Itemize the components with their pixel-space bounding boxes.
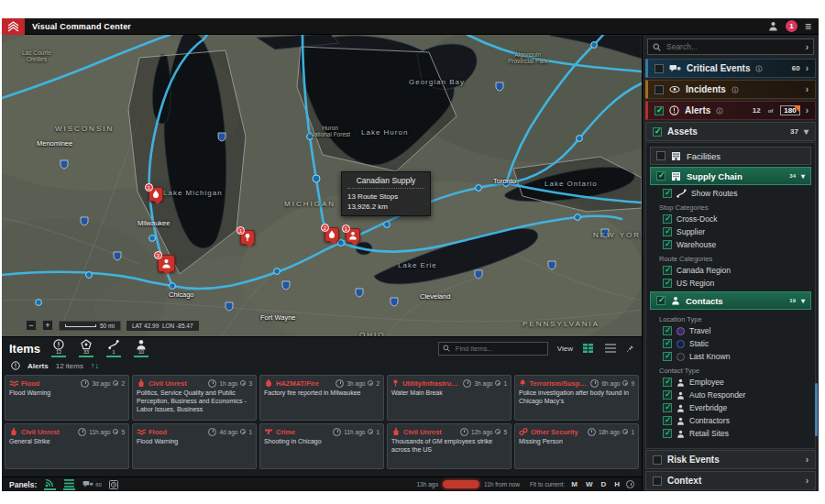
supply-chain-header[interactable]: Supply Chain 34 ▾ xyxy=(650,167,811,185)
chevron-right-icon[interactable]: › xyxy=(806,84,808,94)
contacts-checkbox[interactable] xyxy=(656,296,666,305)
menu-icon[interactable]: ≡ xyxy=(805,21,811,32)
employee-checkbox[interactable] xyxy=(663,378,672,387)
tab-routes[interactable]: 1 xyxy=(104,339,123,358)
sidebar-search[interactable]: › xyxy=(647,38,814,55)
warehouse-checkbox[interactable] xyxy=(663,240,672,249)
facilities-checkbox[interactable] xyxy=(656,151,666,160)
user-icon[interactable] xyxy=(768,21,778,31)
stop-category-row[interactable]: Supplier xyxy=(648,225,813,238)
comments-panel-button[interactable]: 60 xyxy=(82,480,102,488)
alerts-checkbox[interactable] xyxy=(654,106,664,115)
stop-category-row[interactable]: Cross-Dock xyxy=(648,213,813,225)
alert-card[interactable]: Other Security 18h ago1 Missing Person xyxy=(514,423,639,469)
risk-events-checkbox[interactable] xyxy=(653,455,662,465)
route-category-row[interactable]: Canada Region xyxy=(648,264,813,277)
location-type-row[interactable]: Travel xyxy=(648,324,813,337)
alert-card[interactable]: Civil Unrest 1h ago3 Politics, Service Q… xyxy=(132,375,257,421)
notification-badge[interactable]: 1 xyxy=(786,20,798,32)
alert-marker-person[interactable]: 1 xyxy=(346,228,360,243)
section-incidents[interactable]: Incidents i › xyxy=(645,80,816,99)
feed-panel-button[interactable] xyxy=(44,479,56,490)
retail-sites-checkbox[interactable] xyxy=(663,429,672,438)
tab-alerts[interactable]: 12 xyxy=(50,339,68,358)
chevron-down-icon[interactable]: ▾ xyxy=(801,297,805,305)
contacts-header[interactable]: Contacts 19 ▾ xyxy=(650,291,811,310)
sidebar-scrollbar[interactable] xyxy=(815,383,818,436)
critical-events-checkbox[interactable] xyxy=(654,64,664,73)
list-panel-button[interactable] xyxy=(63,479,75,490)
stop-category-row[interactable]: Warehouse xyxy=(648,238,813,251)
alert-card[interactable]: Flood 4d ago1 Flood Warning xyxy=(132,423,257,469)
tab-contacts[interactable]: 10 xyxy=(132,339,150,358)
alert-marker-utility[interactable]: 1 xyxy=(240,230,255,245)
show-routes-checkbox[interactable] xyxy=(663,189,672,198)
location-type-row[interactable]: Static xyxy=(648,337,813,350)
alert-card[interactable]: HAZMAT/Fire 3h ago2 Factory fire reporte… xyxy=(259,375,384,421)
chevron-right-icon[interactable]: › xyxy=(806,476,808,486)
us-region-checkbox[interactable] xyxy=(663,279,672,288)
context-checkbox[interactable] xyxy=(653,477,662,486)
cross-dock-checkbox[interactable] xyxy=(663,214,672,224)
chevron-right-icon[interactable]: › xyxy=(806,63,808,73)
fit-month-button[interactable]: M xyxy=(569,480,579,488)
route-category-row[interactable]: US Region xyxy=(648,277,813,290)
alert-card[interactable]: Terrorism/Suspiciou... 6h ago9 Police in… xyxy=(514,375,639,421)
chevron-right-icon[interactable]: › xyxy=(806,42,808,52)
zoom-in-button[interactable]: + xyxy=(42,320,53,331)
travel-checkbox[interactable] xyxy=(663,326,672,335)
last-known-checkbox[interactable] xyxy=(663,352,672,361)
contact-type-row[interactable]: Employee xyxy=(648,376,813,389)
alert-marker-fire[interactable]: 1 xyxy=(148,187,163,202)
sort-icon[interactable]: ↑↓ xyxy=(91,361,99,370)
zoom-out-button[interactable]: − xyxy=(26,320,37,331)
supply-chain-checkbox[interactable] xyxy=(656,171,666,181)
fit-hour-button[interactable]: H xyxy=(612,480,622,488)
search-input[interactable] xyxy=(665,41,802,52)
history-panel-button[interactable] xyxy=(109,480,118,489)
incidents-checkbox[interactable] xyxy=(654,85,664,94)
contractors-checkbox[interactable] xyxy=(663,416,672,425)
fit-week-button[interactable]: W xyxy=(584,480,595,488)
chevron-down-icon[interactable]: ▾ xyxy=(804,126,808,137)
fit-day-button[interactable]: D xyxy=(599,480,608,488)
alert-card[interactable]: Utility/Infrastructure 3h ago1 Water Mai… xyxy=(387,375,512,421)
location-type-row[interactable]: Last Known xyxy=(648,350,813,363)
contact-type-row[interactable]: Contractors xyxy=(648,414,813,427)
alert-marker-fire[interactable]: 2 xyxy=(324,227,339,242)
contact-type-row[interactable]: Everbridge xyxy=(648,401,813,414)
chevron-right-icon[interactable]: › xyxy=(806,455,808,465)
alert-card[interactable]: Civil Unrest 12h ago5 Thousands of GM em… xyxy=(387,423,512,469)
section-assets[interactable]: Assets 37 ▾ xyxy=(645,122,816,141)
chevron-down-icon[interactable]: ▾ xyxy=(801,172,805,181)
static-checkbox[interactable] xyxy=(663,339,672,348)
alert-marker-person[interactable]: 3 xyxy=(158,255,175,272)
timeline-scrubber[interactable] xyxy=(443,480,479,488)
contact-type-row[interactable]: Auto Responder xyxy=(648,389,813,401)
supplier-checkbox[interactable] xyxy=(663,227,672,236)
alert-card[interactable]: Crime 11h ago1 Shooting in Chicago xyxy=(259,423,384,469)
alert-card[interactable]: Civil Unrest 11h ago5 General Strike xyxy=(5,423,129,469)
map-canvas[interactable]: WISCONSIN MICHIGAN NEW YORK PENNSYLVANIA… xyxy=(2,35,642,336)
assets-checkbox[interactable] xyxy=(653,127,662,137)
clock-icon[interactable] xyxy=(626,480,634,488)
section-context[interactable]: Context › xyxy=(645,471,816,490)
tab-events[interactable]: 33 xyxy=(77,339,95,358)
auto-responder-checkbox[interactable] xyxy=(663,390,672,400)
everbridge-logo-icon[interactable] xyxy=(2,18,25,35)
find-items-input[interactable] xyxy=(454,344,544,354)
show-routes-row[interactable]: Show Routes xyxy=(648,187,813,200)
view-grid-button[interactable] xyxy=(582,343,595,354)
contact-type-row[interactable]: Retail Sites xyxy=(648,427,813,440)
alert-card[interactable]: Flood 3d ago2 Flood Warning xyxy=(5,375,129,421)
pin-icon[interactable] xyxy=(626,345,634,353)
section-critical-events[interactable]: Critical Events i 60 › xyxy=(645,59,816,78)
facilities-row[interactable]: Facilities xyxy=(650,147,811,165)
canada-region-checkbox[interactable] xyxy=(663,266,672,275)
section-alerts[interactable]: Alerts i 12 of 180 › xyxy=(645,101,816,120)
everbridge-checkbox[interactable] xyxy=(663,403,672,412)
section-risk-events[interactable]: Risk Events › xyxy=(645,450,816,469)
chevron-right-icon[interactable]: › xyxy=(806,105,808,115)
find-items-search[interactable] xyxy=(438,342,548,356)
view-list-button[interactable] xyxy=(604,343,617,354)
